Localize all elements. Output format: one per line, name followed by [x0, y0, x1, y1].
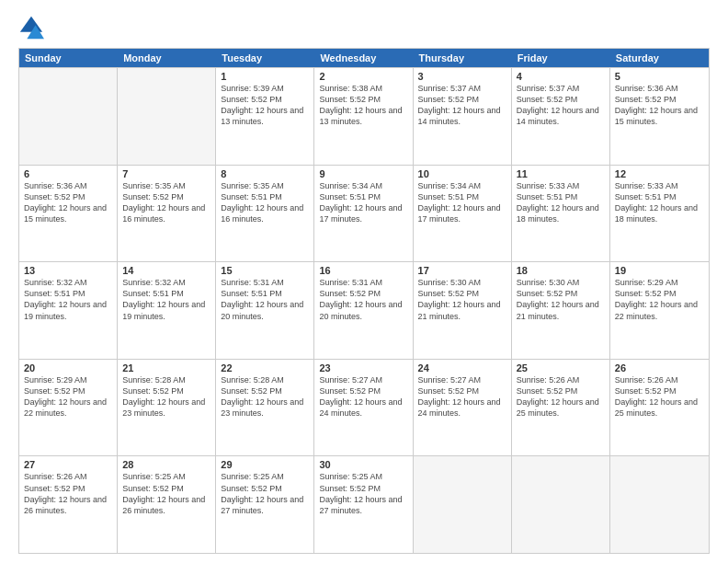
day-number: 19 [615, 265, 704, 276]
day-number: 4 [517, 71, 605, 82]
daylight-label: Daylight: 12 hours and 13 minutes. [319, 106, 402, 126]
day-info: Sunrise: 5:32 AM Sunset: 5:51 PM Dayligh… [122, 277, 210, 322]
day-info: Sunrise: 5:32 AM Sunset: 5:51 PM Dayligh… [24, 277, 112, 322]
day-number: 3 [418, 71, 506, 82]
header [18, 15, 710, 40]
sunset-label: Sunset: 5:51 PM [615, 192, 677, 201]
page: SundayMondayTuesdayWednesdayThursdayFrid… [0, 0, 728, 563]
calendar-cell: 6 Sunrise: 5:36 AM Sunset: 5:52 PM Dayli… [19, 166, 118, 262]
sunrise-label: Sunrise: 5:35 AM [122, 181, 186, 190]
sunrise-label: Sunrise: 5:30 AM [418, 278, 482, 287]
day-info: Sunrise: 5:35 AM Sunset: 5:52 PM Dayligh… [122, 180, 210, 225]
calendar-cell [118, 68, 216, 165]
calendar-row: 20 Sunrise: 5:29 AM Sunset: 5:52 PM Dayl… [19, 359, 709, 456]
day-number: 14 [122, 265, 210, 276]
day-number: 17 [418, 265, 506, 276]
sunset-label: Sunset: 5:52 PM [319, 386, 381, 396]
sunrise-label: Sunrise: 5:36 AM [24, 181, 87, 190]
calendar-cell: 11 Sunrise: 5:33 AM Sunset: 5:51 PM Dayl… [512, 166, 610, 262]
sunset-label: Sunset: 5:51 PM [418, 192, 480, 201]
header-day: Sunday [19, 49, 118, 67]
calendar-cell: 1 Sunrise: 5:39 AM Sunset: 5:52 PM Dayli… [216, 68, 314, 165]
sunrise-label: Sunrise: 5:37 AM [418, 84, 482, 93]
day-info: Sunrise: 5:28 AM Sunset: 5:52 PM Dayligh… [122, 374, 210, 419]
daylight-label: Daylight: 12 hours and 27 minutes. [221, 495, 303, 515]
sunrise-label: Sunrise: 5:33 AM [615, 181, 678, 190]
daylight-label: Daylight: 12 hours and 21 minutes. [517, 300, 599, 320]
day-number: 10 [418, 168, 506, 179]
calendar-cell: 22 Sunrise: 5:28 AM Sunset: 5:52 PM Dayl… [216, 360, 314, 456]
daylight-label: Daylight: 12 hours and 17 minutes. [418, 203, 501, 224]
sunrise-label: Sunrise: 5:29 AM [24, 375, 87, 385]
day-number: 23 [319, 362, 407, 373]
daylight-label: Daylight: 12 hours and 22 minutes. [24, 397, 107, 418]
daylight-label: Daylight: 12 hours and 23 minutes. [122, 397, 205, 418]
calendar-cell [610, 456, 709, 553]
sunrise-label: Sunrise: 5:37 AM [517, 84, 580, 93]
calendar-cell: 20 Sunrise: 5:29 AM Sunset: 5:52 PM Dayl… [19, 360, 118, 456]
sunrise-label: Sunrise: 5:28 AM [221, 375, 284, 385]
sunset-label: Sunset: 5:51 PM [24, 289, 85, 298]
sunset-label: Sunset: 5:52 PM [221, 386, 282, 396]
header-day: Saturday [610, 49, 709, 67]
calendar-cell: 28 Sunrise: 5:25 AM Sunset: 5:52 PM Dayl… [118, 456, 216, 553]
day-number: 30 [319, 459, 407, 470]
day-number: 13 [24, 265, 112, 276]
sunrise-label: Sunrise: 5:27 AM [418, 375, 482, 385]
calendar-cell: 25 Sunrise: 5:26 AM Sunset: 5:52 PM Dayl… [512, 360, 610, 456]
day-info: Sunrise: 5:28 AM Sunset: 5:52 PM Dayligh… [221, 374, 309, 419]
sunrise-label: Sunrise: 5:39 AM [221, 84, 284, 93]
sunrise-label: Sunrise: 5:25 AM [122, 472, 186, 481]
sunset-label: Sunset: 5:52 PM [221, 95, 282, 104]
logo-icon [18, 15, 44, 40]
calendar-cell [19, 68, 118, 165]
day-info: Sunrise: 5:27 AM Sunset: 5:52 PM Dayligh… [319, 374, 407, 419]
day-info: Sunrise: 5:33 AM Sunset: 5:51 PM Dayligh… [517, 180, 605, 225]
calendar-cell: 18 Sunrise: 5:30 AM Sunset: 5:52 PM Dayl… [512, 262, 610, 359]
sunset-label: Sunset: 5:52 PM [122, 484, 184, 493]
daylight-label: Daylight: 12 hours and 25 minutes. [517, 397, 599, 418]
daylight-label: Daylight: 12 hours and 25 minutes. [615, 397, 698, 418]
daylight-label: Daylight: 12 hours and 21 minutes. [418, 300, 501, 320]
calendar-row: 13 Sunrise: 5:32 AM Sunset: 5:51 PM Dayl… [19, 261, 709, 359]
sunrise-label: Sunrise: 5:32 AM [24, 278, 87, 287]
calendar-cell: 7 Sunrise: 5:35 AM Sunset: 5:52 PM Dayli… [118, 166, 216, 262]
sunset-label: Sunset: 5:52 PM [319, 289, 381, 298]
sunset-label: Sunset: 5:52 PM [221, 484, 282, 493]
sunrise-label: Sunrise: 5:25 AM [221, 472, 284, 481]
day-info: Sunrise: 5:26 AM Sunset: 5:52 PM Dayligh… [517, 374, 605, 419]
daylight-label: Daylight: 12 hours and 26 minutes. [122, 495, 205, 515]
day-info: Sunrise: 5:37 AM Sunset: 5:52 PM Dayligh… [517, 83, 605, 128]
day-number: 25 [517, 362, 605, 373]
day-number: 5 [615, 71, 704, 82]
day-info: Sunrise: 5:25 AM Sunset: 5:52 PM Dayligh… [319, 471, 407, 516]
day-info: Sunrise: 5:25 AM Sunset: 5:52 PM Dayligh… [122, 471, 210, 516]
daylight-label: Daylight: 12 hours and 18 minutes. [615, 203, 698, 224]
day-info: Sunrise: 5:27 AM Sunset: 5:52 PM Dayligh… [418, 374, 506, 419]
calendar-cell [512, 456, 610, 553]
day-number: 1 [221, 71, 309, 82]
calendar-cell: 13 Sunrise: 5:32 AM Sunset: 5:51 PM Dayl… [19, 262, 118, 359]
day-number: 22 [221, 362, 309, 373]
calendar-cell: 16 Sunrise: 5:31 AM Sunset: 5:52 PM Dayl… [314, 262, 413, 359]
day-number: 15 [221, 265, 309, 276]
day-info: Sunrise: 5:37 AM Sunset: 5:52 PM Dayligh… [418, 83, 506, 128]
sunrise-label: Sunrise: 5:34 AM [319, 181, 382, 190]
calendar-cell: 24 Sunrise: 5:27 AM Sunset: 5:52 PM Dayl… [414, 360, 512, 456]
calendar-cell: 19 Sunrise: 5:29 AM Sunset: 5:52 PM Dayl… [610, 262, 709, 359]
sunset-label: Sunset: 5:52 PM [122, 386, 184, 396]
calendar-cell: 8 Sunrise: 5:35 AM Sunset: 5:51 PM Dayli… [216, 166, 314, 262]
day-number: 2 [319, 71, 407, 82]
daylight-label: Daylight: 12 hours and 22 minutes. [615, 300, 698, 320]
calendar-cell: 27 Sunrise: 5:26 AM Sunset: 5:52 PM Dayl… [19, 456, 118, 553]
sunrise-label: Sunrise: 5:26 AM [517, 375, 580, 385]
sunrise-label: Sunrise: 5:26 AM [24, 472, 87, 481]
day-number: 24 [418, 362, 506, 373]
sunset-label: Sunset: 5:51 PM [221, 192, 282, 201]
sunset-label: Sunset: 5:52 PM [615, 386, 677, 396]
daylight-label: Daylight: 12 hours and 15 minutes. [615, 106, 698, 126]
day-number: 21 [122, 362, 210, 373]
day-info: Sunrise: 5:31 AM Sunset: 5:52 PM Dayligh… [319, 277, 407, 322]
calendar-cell: 26 Sunrise: 5:26 AM Sunset: 5:52 PM Dayl… [610, 360, 709, 456]
daylight-label: Daylight: 12 hours and 24 minutes. [418, 397, 501, 418]
